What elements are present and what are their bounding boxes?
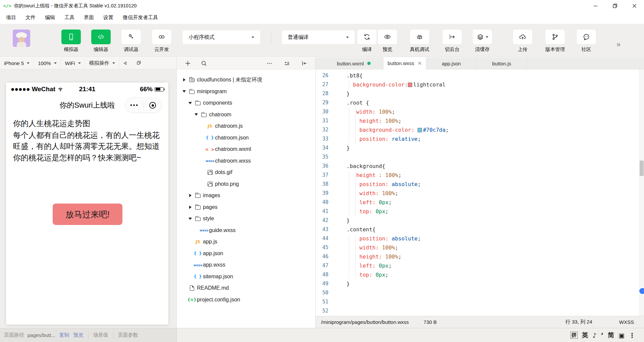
speaker-button[interactable] bbox=[119, 57, 133, 69]
ime-icon-0[interactable]: 拼 bbox=[571, 332, 578, 339]
close-minipogram-button[interactable] bbox=[144, 102, 162, 109]
ime-icon-3[interactable]: ’ bbox=[601, 332, 603, 339]
editor-button[interactable] bbox=[91, 30, 111, 44]
scrollbar-thumb[interactable] bbox=[640, 161, 644, 176]
tree-row-style[interactable]: style bbox=[177, 213, 315, 225]
mode-select[interactable]: 小程序模式 bbox=[182, 30, 260, 44]
ime-icon-6[interactable]: ⋮ bbox=[629, 332, 635, 339]
tree-row-guide.wxss[interactable]: wxssguide.wxss bbox=[177, 225, 315, 236]
add-file-button[interactable] bbox=[183, 59, 192, 68]
tree-row-app.wxss[interactable]: wxssapp.wxss bbox=[177, 259, 315, 271]
tree-row-README.md[interactable]: README.md bbox=[177, 282, 315, 294]
cloud-dev-button[interactable] bbox=[152, 30, 171, 44]
switch-background-button[interactable] bbox=[442, 30, 462, 44]
tree-row-chatroom.json[interactable]: { }chatroom.json bbox=[177, 132, 315, 144]
window-copies-button[interactable] bbox=[133, 57, 146, 69]
preview-button[interactable] bbox=[378, 30, 397, 44]
version-button[interactable] bbox=[545, 30, 565, 44]
debugger-button[interactable] bbox=[121, 30, 141, 44]
network-select[interactable]: WiFi bbox=[61, 57, 85, 69]
tree-row-photo.png[interactable]: photo.png bbox=[177, 178, 315, 190]
tree-row-components[interactable]: components bbox=[177, 97, 315, 109]
sort-button[interactable] bbox=[282, 59, 291, 68]
tree-row-dots.gif[interactable]: dots.gif bbox=[177, 167, 315, 178]
window-minimize-button[interactable] bbox=[586, 0, 605, 11]
user-avatar[interactable] bbox=[13, 30, 30, 47]
clear-cache-button[interactable] bbox=[473, 30, 492, 44]
upload-button[interactable] bbox=[513, 30, 532, 44]
close-tab-icon[interactable]: ✕ bbox=[418, 61, 422, 66]
more-options-button[interactable] bbox=[265, 59, 274, 68]
cta-button[interactable]: 放马过来吧! bbox=[53, 204, 122, 225]
language-mode[interactable]: WXSS bbox=[619, 319, 634, 325]
folder-icon bbox=[193, 193, 203, 198]
line-content: position: absolute; bbox=[336, 180, 644, 189]
tree-row-sitemap.json[interactable]: { }sitemap.json bbox=[177, 271, 315, 283]
chevron-down-icon bbox=[486, 36, 488, 38]
tree-row-app.js[interactable]: JSapp.js bbox=[177, 236, 315, 248]
simulator-button[interactable] bbox=[61, 30, 81, 44]
menu-item-6[interactable]: 微信开发者工具 bbox=[118, 14, 163, 21]
tab-button.js[interactable]: button.js bbox=[477, 57, 527, 69]
menu-item-4[interactable]: 界面 bbox=[79, 14, 99, 21]
menu-item-0[interactable]: 项目 bbox=[1, 14, 21, 21]
collapse-panel-button[interactable] bbox=[300, 59, 309, 68]
tree-row-chatroom.js[interactable]: JSchatroom.js bbox=[177, 120, 315, 132]
toolbar-overflow-button[interactable]: » bbox=[616, 40, 621, 49]
cloud-up-icon bbox=[519, 33, 527, 41]
tree-row-label: README.md bbox=[197, 285, 229, 291]
tree-row-cloudfunctions[interactable]: cloudfunctions | 未指定环境 bbox=[177, 74, 315, 86]
window-restore-button[interactable] bbox=[605, 0, 625, 11]
preview-path-link[interactable]: 预览 bbox=[73, 332, 84, 338]
copy-path-link[interactable]: 复制 bbox=[59, 332, 69, 338]
ime-icon-2[interactable]: ♪ bbox=[593, 332, 597, 339]
tree-row-miniprogram[interactable]: miniprogram bbox=[177, 86, 315, 98]
editor-scrollbar[interactable] bbox=[639, 69, 644, 316]
scroll-indicator-dot[interactable] bbox=[639, 288, 644, 294]
code-editor[interactable]: 26.bt8{27 background-color:lightcoral28}… bbox=[316, 69, 644, 316]
tree-row-label: cloudfunctions | 未指定环境 bbox=[197, 76, 262, 83]
menu-item-2[interactable]: 编辑 bbox=[40, 14, 60, 21]
tree-row-app.json[interactable]: { }app.json bbox=[177, 248, 315, 260]
scene-value-label[interactable]: 场景值 bbox=[93, 332, 108, 338]
menu-item-5[interactable]: 设置 bbox=[99, 14, 118, 21]
device-select[interactable]: iPhone 5 bbox=[0, 57, 34, 69]
ime-icon-4[interactable]: 简 bbox=[608, 331, 614, 340]
chevron-down-icon[interactable] bbox=[194, 113, 199, 116]
line-number: 50 bbox=[316, 288, 336, 297]
tab-button.wxss[interactable]: button.wxss✕ bbox=[383, 57, 426, 69]
tree-row-chatroom.wxml[interactable]: < >chatroom.wxml bbox=[177, 144, 315, 155]
code-line-49: 49} bbox=[316, 279, 644, 288]
community-button[interactable] bbox=[577, 30, 596, 44]
ime-icon-5[interactable]: ▣ bbox=[619, 332, 625, 339]
tree-row-label: chatroom.wxss bbox=[215, 158, 251, 164]
chevron-right-icon[interactable] bbox=[187, 206, 193, 209]
compile-mode-select[interactable]: 普通编译 bbox=[282, 30, 355, 44]
simulate-select[interactable]: 模拟操作 bbox=[85, 57, 119, 69]
window-close-button[interactable] bbox=[625, 0, 644, 11]
tree-row-chatroom.wxss[interactable]: wxsschatroom.wxss bbox=[177, 155, 315, 167]
tab-button.wxml[interactable]: button.wxml bbox=[324, 57, 383, 69]
ime-icon-1[interactable]: 英 bbox=[582, 331, 588, 340]
page-params-label[interactable]: 页面参数 bbox=[118, 332, 138, 338]
chevron-down-icon bbox=[78, 62, 81, 64]
more-menu-button[interactable]: ••• bbox=[125, 102, 144, 109]
tab-label: button.js bbox=[492, 61, 511, 66]
tree-row-chatroom[interactable]: chatroom bbox=[177, 109, 315, 121]
chevron-right-icon[interactable] bbox=[181, 78, 187, 81]
chevron-down-icon[interactable] bbox=[187, 218, 193, 220]
tab-app.json[interactable]: app.json bbox=[426, 57, 477, 69]
chevron-down-icon[interactable] bbox=[181, 90, 187, 93]
tree-row-project.config.json[interactable]: {⚙}project.config.json bbox=[177, 294, 315, 306]
zoom-select[interactable]: 100% bbox=[34, 57, 61, 69]
tree-row-images[interactable]: images bbox=[177, 190, 315, 202]
remote-debug-button[interactable] bbox=[410, 30, 429, 44]
menu-item-1[interactable]: 文件 bbox=[21, 14, 40, 21]
menu-item-3[interactable]: 工具 bbox=[60, 14, 79, 21]
search-button[interactable] bbox=[200, 59, 208, 68]
eye-icon bbox=[383, 33, 391, 41]
chevron-right-icon[interactable] bbox=[187, 194, 193, 197]
tree-row-pages[interactable]: pages bbox=[177, 202, 315, 213]
clear-cache-group: 清缓存 bbox=[466, 30, 498, 53]
chevron-down-icon[interactable] bbox=[187, 102, 193, 104]
